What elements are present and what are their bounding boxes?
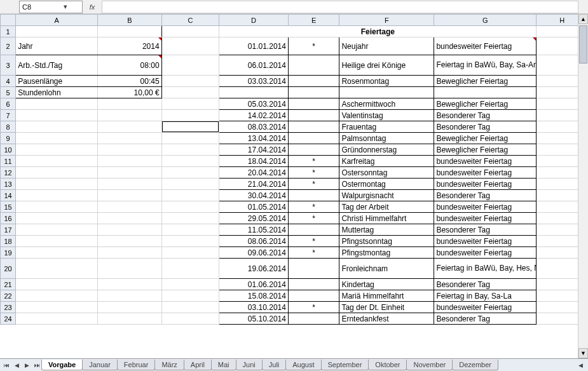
- holidays-header[interactable]: Feiertage: [219, 26, 537, 37]
- cell-label-pause[interactable]: Pausenlänge: [16, 76, 98, 87]
- cell[interactable]: Ostermontag: [339, 179, 434, 190]
- cell[interactable]: 11.05.2014: [219, 224, 289, 236]
- cell[interactable]: *: [288, 213, 339, 224]
- cell[interactable]: *: [288, 37, 339, 55]
- cell[interactable]: 29.05.2014: [219, 213, 289, 224]
- cell[interactable]: [161, 87, 219, 98]
- cell[interactable]: Heilige drei Könige: [339, 55, 434, 76]
- cell[interactable]: Gründonnerstag: [339, 144, 434, 156]
- cell[interactable]: Mariä Himmelfahrt: [339, 290, 434, 302]
- cell[interactable]: [288, 313, 339, 325]
- cell[interactable]: 21.04.2014: [219, 179, 289, 190]
- sheet-tab[interactable]: Dezember: [452, 360, 498, 370]
- cell[interactable]: [288, 98, 339, 110]
- cell[interactable]: [97, 259, 161, 279]
- row-head[interactable]: 18: [1, 236, 16, 247]
- cell[interactable]: [16, 179, 98, 190]
- col-head[interactable]: F: [339, 15, 434, 26]
- cell[interactable]: [161, 313, 219, 325]
- cell[interactable]: *: [288, 179, 339, 190]
- cell[interactable]: 06.01.2014: [219, 55, 289, 76]
- sheet-tab[interactable]: Oktober: [368, 360, 407, 370]
- cell[interactable]: [16, 156, 98, 167]
- cell[interactable]: [161, 190, 219, 201]
- cell-val-wage[interactable]: 10,00 €: [97, 87, 161, 98]
- cell[interactable]: Besonderer Tag: [434, 110, 537, 121]
- col-head[interactable]: D: [219, 15, 289, 26]
- cell[interactable]: Besonderer Tag: [434, 224, 537, 236]
- cell[interactable]: 01.05.2014: [219, 201, 289, 213]
- cell[interactable]: [16, 224, 98, 236]
- tab-nav-prev-icon[interactable]: ◀: [11, 360, 22, 370]
- cell[interactable]: [97, 167, 161, 179]
- cell[interactable]: [288, 290, 339, 302]
- cell[interactable]: [16, 313, 98, 325]
- cell[interactable]: Tag der Dt. Einheit: [339, 302, 434, 313]
- cell[interactable]: [97, 224, 161, 236]
- cell[interactable]: Rosenmontag: [339, 76, 434, 87]
- row-head[interactable]: 20: [1, 259, 16, 279]
- cell[interactable]: [16, 259, 98, 279]
- cell[interactable]: [97, 110, 161, 121]
- cell[interactable]: 08.06.2014: [219, 236, 289, 247]
- cell-val-pause[interactable]: 00:45: [97, 76, 161, 87]
- cell[interactable]: [161, 156, 219, 167]
- cell[interactable]: Ostersonntag: [339, 167, 434, 179]
- row-head[interactable]: 22: [1, 290, 16, 302]
- cell[interactable]: Walpurgisnacht: [339, 190, 434, 201]
- cell[interactable]: [288, 190, 339, 201]
- cell[interactable]: Besonderer Tag: [434, 121, 537, 133]
- cell-label-hours[interactable]: Arb.-Std./Tag: [16, 55, 98, 76]
- cell[interactable]: 01.01.2014: [219, 37, 289, 55]
- spreadsheet-grid[interactable]: A B C D E F G H 1 Feiertage 2 Jahr 2014 …: [0, 14, 588, 325]
- cell[interactable]: [288, 224, 339, 236]
- row-head[interactable]: 6: [1, 98, 16, 110]
- row-head[interactable]: 10: [1, 144, 16, 156]
- cell[interactable]: 13.04.2014: [219, 133, 289, 144]
- row-head[interactable]: 14: [1, 190, 16, 201]
- tab-nav-first-icon[interactable]: ⏮: [1, 360, 11, 370]
- sheet-tab[interactable]: Mai: [211, 360, 236, 370]
- cell[interactable]: [97, 302, 161, 313]
- cell[interactable]: Besonderer Tag: [434, 313, 537, 325]
- cell[interactable]: [434, 87, 537, 98]
- cell[interactable]: [161, 179, 219, 190]
- cell[interactable]: [97, 156, 161, 167]
- cell[interactable]: *: [288, 236, 339, 247]
- cell[interactable]: [288, 121, 339, 133]
- cell[interactable]: [16, 167, 98, 179]
- cell[interactable]: [97, 133, 161, 144]
- cell[interactable]: [16, 290, 98, 302]
- cell[interactable]: [161, 302, 219, 313]
- name-box-dropdown-icon[interactable]: ▾: [51, 3, 79, 11]
- cell[interactable]: [161, 236, 219, 247]
- cell[interactable]: [161, 167, 219, 179]
- cell[interactable]: Karfreitag: [339, 156, 434, 167]
- cell[interactable]: [97, 279, 161, 290]
- cell[interactable]: [288, 76, 339, 87]
- fx-icon[interactable]: fx: [83, 3, 102, 11]
- cell[interactable]: Beweglicher Feiertag: [434, 133, 537, 144]
- cell[interactable]: [161, 259, 219, 279]
- cell[interactable]: [288, 110, 339, 121]
- cell[interactable]: bundesweiter Feiertag: [434, 236, 537, 247]
- row-head[interactable]: 7: [1, 110, 16, 121]
- cell[interactable]: bundesweiter Feiertag: [434, 213, 537, 224]
- cell[interactable]: *: [288, 302, 339, 313]
- row-head[interactable]: 12: [1, 167, 16, 179]
- cell[interactable]: *: [288, 167, 339, 179]
- row-head[interactable]: 24: [1, 313, 16, 325]
- cell[interactable]: [16, 190, 98, 201]
- tab-nav-last-icon[interactable]: ⏭: [32, 360, 42, 370]
- cell[interactable]: [161, 26, 219, 37]
- col-head[interactable]: C: [161, 15, 219, 26]
- cell[interactable]: 03.10.2014: [219, 302, 289, 313]
- scroll-down-icon[interactable]: ▼: [578, 348, 588, 358]
- sheet-tab[interactable]: Februar: [117, 360, 156, 370]
- cell[interactable]: 09.06.2014: [219, 247, 289, 259]
- cell[interactable]: [97, 247, 161, 259]
- cell[interactable]: [339, 87, 434, 98]
- cell[interactable]: [16, 26, 98, 37]
- col-head[interactable]: A: [16, 15, 98, 26]
- sheet-tab[interactable]: April: [184, 360, 212, 370]
